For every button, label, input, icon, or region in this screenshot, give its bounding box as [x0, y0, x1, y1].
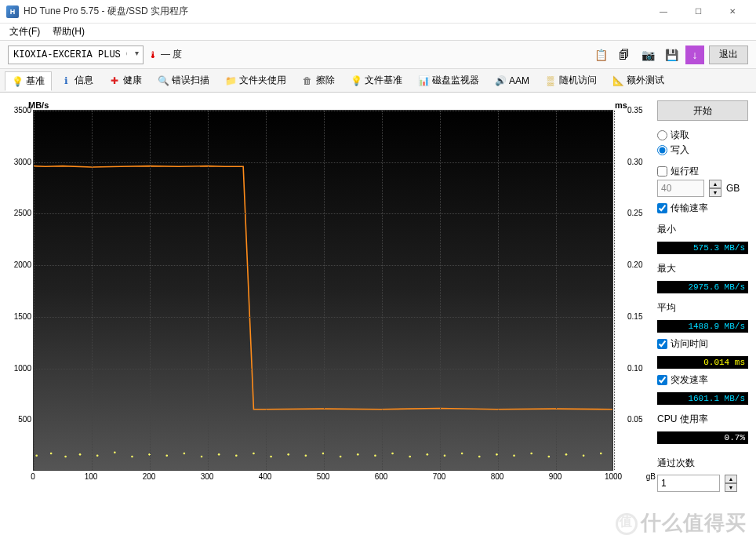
health-icon: ✚: [109, 75, 120, 86]
y-axis-right-label: ms: [615, 100, 627, 110]
passes-input[interactable]: [657, 475, 720, 492]
trash-icon: 🗑: [302, 75, 313, 86]
spin-up[interactable]: ▲: [709, 180, 721, 188]
tab-label: AAM: [509, 75, 529, 86]
thermometer-icon: 🌡: [148, 49, 158, 60]
svg-point-29: [530, 453, 532, 455]
shortstroke-input: [657, 180, 704, 197]
access-label: 访问时间: [671, 337, 708, 351]
svg-point-21: [391, 453, 394, 455]
menubar: 文件(F) 帮助(H): [0, 24, 756, 41]
tab-extra[interactable]: 📐额外测试: [605, 71, 671, 90]
svg-point-2: [64, 456, 67, 458]
min-label: 最小: [657, 223, 748, 236]
svg-point-11: [218, 453, 220, 456]
toolbar: 🌡 — 度 📋 🗐 📷 💾 ↓ 退出: [0, 41, 756, 69]
svg-point-5: [114, 451, 116, 453]
screenshot-icon[interactable]: 📷: [638, 46, 657, 64]
transfer-checkbox[interactable]: 传输速率: [657, 202, 748, 215]
random-icon: ▒: [545, 75, 556, 86]
gb-label: GB: [726, 183, 740, 194]
copy-info-icon[interactable]: 📋: [591, 46, 610, 64]
svg-point-8: [165, 454, 168, 457]
svg-point-3: [79, 453, 82, 456]
exit-button[interactable]: 退出: [709, 46, 748, 64]
access-checkbox[interactable]: 访问时间: [657, 337, 748, 351]
tab-random[interactable]: ▒随机访问: [538, 71, 604, 90]
cpu-value: 0.7%: [657, 431, 748, 444]
tab-info[interactable]: ℹ信息: [53, 71, 100, 90]
folder-icon: 📁: [225, 75, 236, 86]
menu-help[interactable]: 帮助(H): [46, 24, 91, 40]
passes-label: 通过次数: [657, 457, 748, 470]
start-button[interactable]: 开始: [657, 100, 748, 121]
spin-down[interactable]: ▼: [709, 188, 721, 197]
magnify-icon: 🔍: [158, 75, 169, 86]
max-label: 最大: [657, 262, 748, 275]
transfer-label: 传输速率: [671, 202, 708, 215]
speaker-icon: 🔊: [495, 75, 506, 86]
svg-point-9: [184, 453, 186, 455]
tab-health[interactable]: ✚健康: [102, 71, 149, 90]
maximize-button[interactable]: ☐: [681, 0, 715, 24]
chart-canvas: [33, 110, 613, 471]
menu-file[interactable]: 文件(F): [3, 24, 46, 40]
minimize-button[interactable]: —: [646, 0, 681, 24]
tab-label: 信息: [75, 74, 93, 87]
y-axis-right: 0.050.100.150.200.250.300.35: [627, 110, 651, 471]
access-value: 0.014 ms: [657, 356, 748, 369]
svg-point-13: [253, 453, 255, 455]
write-radio[interactable]: 写入: [657, 144, 748, 157]
svg-point-33: [600, 453, 602, 455]
copy-screenshot-icon[interactable]: 🗐: [615, 46, 634, 64]
write-label: 写入: [671, 144, 689, 157]
burst-value: 1601.1 MB/s: [657, 392, 748, 405]
shortstroke-checkbox[interactable]: 短行程: [657, 165, 748, 178]
tab-label: 健康: [123, 74, 142, 87]
svg-point-25: [461, 453, 463, 455]
temperature-value: — 度: [161, 48, 182, 61]
device-select[interactable]: [8, 46, 144, 64]
extra-icon: 📐: [612, 75, 623, 86]
tab-label: 文件基准: [365, 74, 402, 87]
tab-label: 磁盘监视器: [432, 74, 479, 87]
tab-benchmark[interactable]: 💡基准: [5, 71, 52, 91]
svg-point-28: [513, 454, 515, 457]
tab-filebench[interactable]: 💡文件基准: [343, 71, 409, 90]
tab-folder[interactable]: 📁文件夹使用: [218, 71, 293, 90]
titlebar: H HD Tune Pro 5.75 - 硬盘/SSD 实用程序 — ☐ ✕: [0, 0, 756, 24]
options-icon[interactable]: ↓: [685, 46, 704, 64]
tab-aam[interactable]: 🔊AAM: [488, 72, 536, 89]
tab-errorscan[interactable]: 🔍错误扫描: [151, 71, 216, 90]
svg-point-22: [409, 456, 411, 458]
svg-point-14: [270, 456, 272, 458]
read-radio[interactable]: 读取: [657, 129, 748, 142]
tab-label: 基准: [26, 75, 45, 88]
y-axis-left: 500100015002000250030003500: [8, 110, 31, 471]
read-label: 读取: [671, 129, 689, 142]
save-icon[interactable]: 💾: [662, 46, 681, 64]
filebulb-icon: 💡: [351, 75, 362, 86]
cpu-label: CPU 使用率: [657, 413, 748, 426]
burst-checkbox[interactable]: 突发速率: [657, 373, 748, 387]
min-value: 575.3 MB/s: [657, 242, 748, 254]
passes-spin-down[interactable]: ▼: [725, 483, 737, 492]
right-panel: 开始 读取 写入 短行程 ▲▼ GB 传输速率 最小 575.3 MB/s 最大…: [652, 93, 756, 546]
tab-diskmon[interactable]: 📊磁盘监视器: [411, 71, 486, 90]
tab-label: 文件夹使用: [239, 74, 286, 87]
svg-point-12: [235, 454, 238, 457]
svg-point-6: [131, 456, 133, 458]
passes-spin-up[interactable]: ▲: [725, 475, 737, 483]
svg-point-31: [565, 453, 568, 456]
svg-point-0: [35, 454, 38, 457]
app-icon: H: [6, 5, 19, 18]
tabs: 💡基准 ℹ信息 ✚健康 🔍错误扫描 📁文件夹使用 🗑擦除 💡文件基准 📊磁盘监视…: [0, 69, 756, 93]
close-button[interactable]: ✕: [715, 0, 750, 24]
svg-point-18: [340, 456, 342, 458]
bulb-icon: 💡: [12, 76, 23, 87]
svg-point-16: [305, 454, 307, 457]
tab-erase[interactable]: 🗑擦除: [295, 71, 342, 90]
tab-label: 额外测试: [627, 74, 664, 87]
svg-point-10: [201, 456, 203, 458]
chart-area: MB/s ms 500100015002000250030003500 0.05…: [0, 93, 652, 546]
